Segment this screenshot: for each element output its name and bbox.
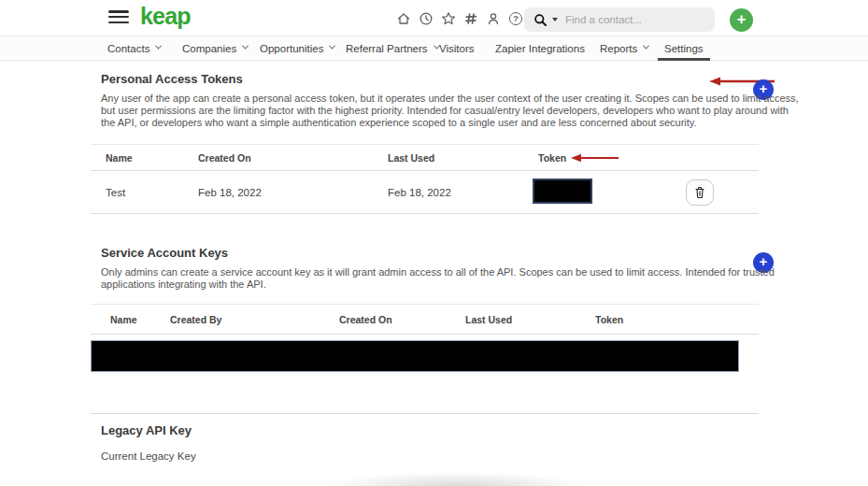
sak-col-created-by: Created By [170, 314, 221, 325]
nav-referral-partners[interactable]: Referral Partners [346, 36, 439, 61]
pat-description: Any user of the app can create a persona… [101, 93, 805, 130]
nav-settings[interactable]: Settings [658, 36, 710, 61]
help-icon[interactable]: ? [508, 11, 523, 26]
pat-token-redacted [533, 179, 592, 204]
nav-opportunities[interactable]: Opportunities [260, 36, 334, 61]
nav-contacts[interactable]: Contacts [107, 36, 161, 61]
sak-table-header: Name Created By Created On Last Used Tok… [91, 304, 759, 335]
top-bar: keap ? [0, 0, 868, 36]
pat-delete-button[interactable] [686, 179, 714, 206]
home-icon[interactable] [396, 11, 411, 26]
topbar-icon-row: ? [396, 11, 523, 26]
pat-row-created-on: Feb 18, 2022 [198, 187, 262, 198]
pat-row-last-used: Feb 18, 2022 [388, 187, 451, 198]
search-input[interactable] [565, 14, 696, 25]
nav-companies[interactable]: Companies [182, 36, 248, 61]
sak-col-last-used: Last Used [465, 314, 512, 325]
trash-icon [692, 185, 707, 200]
star-icon[interactable] [441, 11, 456, 26]
sak-col-name: Name [110, 314, 137, 325]
sak-description: Only admins can create a service account… [101, 266, 805, 291]
hamburger-menu-icon[interactable] [108, 10, 129, 24]
chevron-down-icon [643, 43, 649, 50]
legacy-current-key-label: Current Legacy Key [101, 450, 196, 462]
contact-search[interactable] [524, 7, 715, 32]
person-icon[interactable] [486, 11, 501, 26]
global-add-button[interactable]: + [730, 8, 753, 32]
pat-table-row: Test Feb 18, 2022 Feb 18, 2022 [91, 171, 759, 214]
search-scope-caret-icon[interactable] [552, 18, 558, 21]
pat-table: Name Created On Last Used Token Test Feb… [91, 144, 759, 214]
legacy-section-title: Legacy API Key [101, 423, 192, 437]
sak-table: Name Created By Created On Last Used Tok… [91, 304, 759, 335]
keap-logo: keap [140, 3, 191, 30]
nav-reports[interactable]: Reports [600, 36, 648, 61]
main-nav: Contacts Companies Opportunities Referra… [0, 36, 868, 61]
pat-section-title: Personal Access Tokens [101, 72, 243, 86]
annotation-arrow-token [570, 153, 620, 163]
nav-zapier-integrations[interactable]: Zapier Integrations [495, 36, 585, 61]
sak-section-title: Service Account Keys [101, 246, 228, 260]
section-divider [91, 413, 759, 414]
search-icon [534, 13, 548, 27]
pat-table-header: Name Created On Last Used Token [91, 144, 759, 171]
chevron-down-icon [329, 43, 335, 50]
pat-col-last-used: Last Used [388, 152, 434, 164]
sak-col-token: Token [595, 314, 623, 325]
bottom-shadow [324, 472, 591, 486]
sak-row-redacted [91, 340, 739, 372]
clock-icon[interactable] [419, 11, 434, 26]
help-glyph: ? [513, 14, 519, 23]
chevron-down-icon [242, 43, 249, 50]
pat-col-name: Name [106, 152, 133, 164]
pat-col-token: Token [538, 152, 566, 164]
nav-visitors[interactable]: Visitors [439, 36, 475, 61]
hash-icon[interactable] [463, 11, 478, 26]
sak-col-created-on: Created On [339, 314, 392, 325]
pat-col-created-on: Created On [198, 152, 251, 164]
pat-row-name: Test [106, 187, 125, 198]
chevron-down-icon [155, 43, 162, 50]
